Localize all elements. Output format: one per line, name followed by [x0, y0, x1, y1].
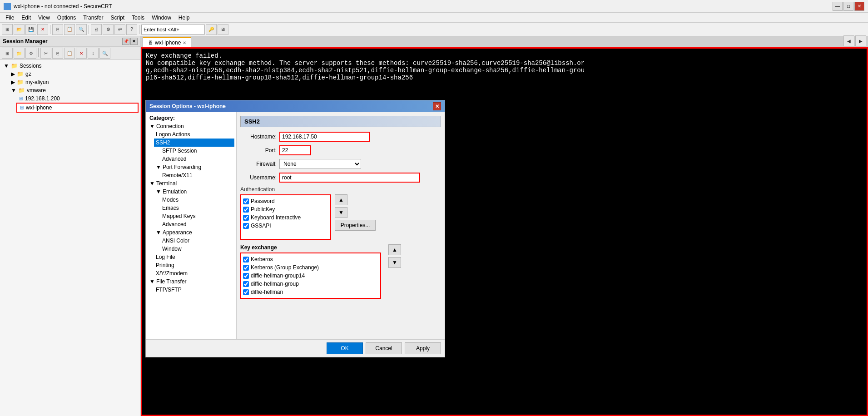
cat-modes[interactable]: Modes — [160, 196, 234, 204]
kex-check-dh[interactable] — [243, 289, 249, 295]
auth-checkbox-password[interactable] — [243, 198, 249, 204]
session-cut-btn[interactable]: ✂ — [40, 48, 51, 59]
toolbar-save-btn[interactable]: 💾 — [25, 24, 36, 35]
session-folder-btn[interactable]: 📁 — [14, 48, 25, 59]
cat-ansi-color[interactable]: ANSI Color — [160, 237, 234, 245]
session-options-dialog[interactable]: Session Options - wxl-iphone ✕ Category:… — [145, 100, 445, 357]
cat-remote-x11[interactable]: Remote/X11 — [160, 171, 234, 179]
dialog-close-button[interactable]: ✕ — [433, 102, 441, 110]
properties-btn[interactable]: Properties... — [335, 220, 376, 231]
kex-down-btn[interactable]: ▼ — [388, 257, 401, 268]
cat-ssh2[interactable]: SSH2 — [154, 139, 234, 147]
cat-advanced-ssh2[interactable]: Advanced — [160, 155, 234, 163]
port-input[interactable] — [279, 145, 311, 155]
cat-logon-actions[interactable]: Logon Actions — [154, 130, 234, 139]
panel-close-btn[interactable]: ✕ — [130, 38, 138, 45]
tree-session-192[interactable]: 🖥 192.168.1.200 — [16, 94, 139, 103]
tab-close-btn[interactable]: ✕ — [183, 40, 186, 45]
menu-transfer[interactable]: Transfer — [79, 14, 107, 22]
session-move-btn[interactable]: ↕ — [88, 48, 99, 59]
cat-sftp-session[interactable]: SFTP Session — [160, 147, 234, 155]
cat-log-file[interactable]: Log File — [154, 253, 234, 261]
menu-file[interactable]: File — [2, 14, 18, 22]
username-input[interactable] — [279, 173, 420, 183]
auth-checkbox-publickey[interactable] — [243, 207, 249, 213]
cat-advanced-terminal[interactable]: Advanced — [160, 220, 234, 228]
menu-edit[interactable]: Edit — [18, 14, 35, 22]
auth-checkbox-keyboard[interactable] — [243, 215, 249, 221]
toolbar-new-btn[interactable]: ⊞ — [2, 24, 13, 35]
tree-vmware[interactable]: ▼ 📁 vmware — [9, 86, 139, 94]
toolbar-print-btn[interactable]: 🖨 — [91, 24, 102, 35]
tab-scroll-controls: ◀ ▶ — [843, 35, 866, 47]
menu-options[interactable]: Options — [54, 14, 79, 22]
cat-printing[interactable]: Printing — [154, 261, 234, 269]
hostname-label: Hostname: — [240, 134, 277, 140]
minimize-button[interactable]: — — [833, 2, 843, 11]
tab-scroll-left[interactable]: ◀ — [843, 35, 854, 46]
toolbar-sftp-btn[interactable]: ⇄ — [114, 24, 125, 35]
cat-ftp-sftp[interactable]: FTP/SFTP — [154, 286, 234, 294]
kex-up-btn[interactable]: ▲ — [388, 244, 401, 255]
cat-xyzmodem[interactable]: X/Y/Zmodem — [154, 269, 234, 277]
auth-checkbox-gssapi[interactable] — [243, 223, 249, 229]
cat-mapped-keys[interactable]: Mapped Keys — [160, 212, 234, 220]
toolbar-find-btn[interactable]: 🔍 — [76, 24, 87, 35]
session-copy-btn[interactable]: ⎘ — [52, 48, 63, 59]
session-delete-btn[interactable]: ✕ — [76, 48, 87, 59]
toolbar-copy-btn[interactable]: ⎘ — [52, 24, 63, 35]
firewall-select[interactable]: None — [279, 159, 361, 169]
cat-ftp-label: FTP/SFTP — [156, 287, 182, 293]
cat-ssh2-label: SSH2 — [156, 139, 170, 146]
cat-appearance[interactable]: ▼ Appearance — [154, 228, 234, 237]
kex-check-dh14[interactable] — [243, 273, 249, 279]
session-search-btn[interactable]: 🔍 — [99, 48, 110, 59]
hostname-input[interactable] — [279, 132, 370, 142]
tab-scroll-right[interactable]: ▶ — [855, 35, 866, 46]
tree-my-aliyun[interactable]: ▶ 📁 my-aliyun — [9, 78, 139, 86]
apply-button[interactable]: Apply — [405, 342, 441, 354]
cat-window[interactable]: Window — [160, 245, 234, 253]
close-button[interactable]: ✕ — [854, 2, 864, 11]
menu-view[interactable]: View — [35, 14, 54, 22]
toolbar-open-btn[interactable]: 📂 — [14, 24, 25, 35]
cat-emulation[interactable]: ▼ Emulation — [154, 188, 234, 196]
dialog-category-panel: Category: ▼ Connection Logon Actions SSH… — [146, 112, 237, 339]
toolbar-monitor-btn[interactable]: 🖥 — [218, 24, 228, 35]
toolbar-disconnect-btn[interactable]: ✕ — [37, 24, 48, 35]
cat-port-forwarding[interactable]: ▼ Port Forwarding — [154, 163, 234, 171]
toolbar-key-btn[interactable]: 🔑 — [206, 24, 217, 35]
session-paste-btn[interactable]: 📋 — [64, 48, 75, 59]
folder-expand-icon: ▼ — [4, 63, 9, 69]
toolbar-options-btn[interactable]: ⚙ — [103, 24, 114, 35]
cat-emacs[interactable]: Emacs — [160, 204, 234, 212]
tree-session-wxl[interactable]: 🖥 wxl-iphone — [16, 103, 139, 113]
host-input[interactable] — [141, 25, 205, 35]
session-new-btn[interactable]: ⊞ — [2, 48, 13, 59]
ok-button[interactable]: OK — [327, 342, 363, 354]
menu-script[interactable]: Script — [107, 14, 128, 22]
cat-file-transfer[interactable]: ▼ File Transfer — [148, 277, 234, 286]
maximize-button[interactable]: □ — [843, 2, 853, 11]
toolbar-help-btn[interactable]: ? — [126, 24, 137, 35]
session-properties-btn[interactable]: ⚙ — [25, 48, 36, 59]
kex-check-dh-group[interactable] — [243, 281, 249, 287]
kex-check-kerberos-ge[interactable] — [243, 265, 249, 271]
panel-pin-btn[interactable]: 📌 — [122, 38, 129, 45]
auth-down-btn[interactable]: ▼ — [335, 207, 347, 218]
cat-connection[interactable]: ▼ Connection — [148, 122, 234, 130]
port-row: Port: — [240, 145, 441, 155]
tab-wxl-iphone[interactable]: 🖥 wxl-iphone ✕ — [143, 37, 191, 47]
toolbar-paste-btn[interactable]: 📋 — [64, 24, 75, 35]
menu-tools[interactable]: Tools — [128, 14, 148, 22]
auth-up-btn[interactable]: ▲ — [335, 194, 347, 205]
menu-window[interactable]: Window — [148, 14, 175, 22]
tree-sessions-root[interactable]: ▼ 📁 Sessions — [2, 62, 139, 70]
toolbar: ⊞ 📂 💾 ✕ ⎘ 📋 🔍 🖨 ⚙ ⇄ ? 🔑 🖥 — [0, 23, 868, 36]
kex-check-kerberos[interactable] — [243, 257, 249, 262]
cancel-button[interactable]: Cancel — [366, 342, 402, 354]
cat-terminal[interactable]: ▼ Terminal — [148, 179, 234, 188]
tree-gz[interactable]: ▶ 📁 gz — [9, 70, 139, 78]
menu-help[interactable]: Help — [175, 14, 193, 22]
key-exchange-section: Key exchange Kerberos Kerberos (Group Ex… — [240, 244, 441, 299]
